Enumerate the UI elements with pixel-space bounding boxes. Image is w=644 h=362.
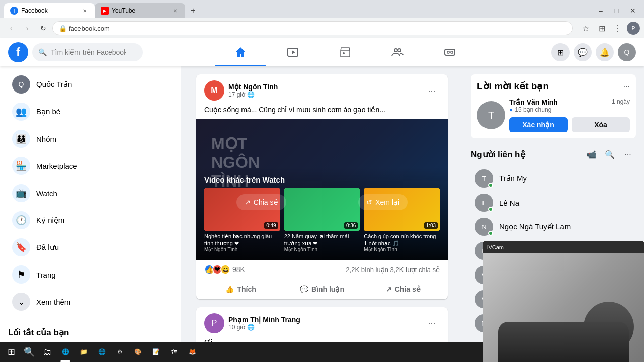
sidebar-item-more[interactable]: ⌄ Xem thêm: [4, 289, 177, 315]
post-meta: 17 giờ 🌐: [228, 91, 424, 98]
share-video-button[interactable]: ↗ Chia sẻ: [236, 194, 286, 210]
sidebar-item-friends[interactable]: 👥 Bạn bè: [4, 99, 177, 125]
replay-button[interactable]: ↺ Xem lại: [358, 194, 408, 210]
search-icon: 🔍: [38, 48, 47, 56]
search-taskbar-button[interactable]: 🔍: [20, 343, 38, 361]
contacts-icons: 📹 🔍 ···: [584, 146, 636, 162]
taskbar-settings-app[interactable]: ⚙: [111, 343, 129, 361]
search-bar[interactable]: 🔍: [32, 43, 143, 61]
comments-stat: 2,2K bình luận: [346, 266, 388, 274]
friend-req-mutual: ● 15 bạn chung: [509, 106, 630, 113]
sidebar-item-saved[interactable]: 🔖 Đã lưu: [4, 234, 177, 260]
explorer-icon: 📁: [78, 347, 89, 357]
tab-youtube[interactable]: ▶ YouTube ✕: [95, 3, 185, 18]
search-input[interactable]: [51, 48, 126, 56]
messenger-icon[interactable]: 💬: [574, 43, 592, 61]
start-button[interactable]: ⊞: [2, 343, 20, 361]
taskbar-edge-app[interactable]: 🌐: [93, 343, 111, 361]
extensions-icon[interactable]: ⊞: [595, 21, 609, 35]
youtube-favicon: ▶: [101, 7, 109, 15]
address-bar[interactable]: 🔒 facebook.com: [52, 21, 573, 35]
taskbar-firefox-app[interactable]: 🦊: [183, 343, 201, 361]
svg-point-4: [398, 49, 401, 52]
nav-groups[interactable]: [372, 40, 423, 64]
post-card: M Một Ngôn Tình 17 giờ 🌐 ··· Cuộc sống m…: [196, 74, 448, 299]
new-tab-button[interactable]: +: [187, 5, 199, 17]
apps-icon[interactable]: ⊞: [551, 43, 570, 61]
post2-privacy-icon: 🌐: [247, 324, 255, 331]
bookmark-star-icon[interactable]: ☆: [579, 21, 593, 35]
online-indicator: [488, 183, 493, 188]
friend-req-avatar: T: [477, 101, 505, 129]
post2-info: Phạm Thị Minh Trang 10 giờ 🌐: [228, 316, 424, 331]
news-feed: M Một Ngôn Tình 17 giờ 🌐 ··· Cuộc sống m…: [181, 66, 463, 362]
back-button[interactable]: ‹: [4, 21, 18, 35]
sidebar-divider: [8, 319, 173, 319]
like-button[interactable]: 👍 Thích: [200, 281, 281, 297]
svg-point-2: [343, 52, 345, 54]
contact-ngoc-nga[interactable]: N Ngọc Ngà Tuyết Lam: [471, 215, 636, 239]
svg-rect-5: [445, 49, 455, 55]
nav-gaming[interactable]: [425, 40, 475, 64]
maximize-button[interactable]: □: [610, 4, 624, 18]
minimize-button[interactable]: –: [594, 4, 608, 18]
like-label: Thích: [237, 285, 256, 293]
post2-author-name: Phạm Thị Minh Trang: [228, 316, 424, 324]
sidebar-saved-label: Đã lưu: [36, 243, 59, 252]
taskbar-maps-app[interactable]: 🗺: [165, 343, 183, 361]
ivcam-overlay[interactable]: iVCam: [483, 241, 644, 362]
contact-tran-my[interactable]: T Trần My: [471, 166, 636, 191]
browser-profile[interactable]: P: [627, 22, 640, 35]
contacts-more-icon[interactable]: ···: [620, 146, 636, 162]
browser-icons: ☆ ⊞ ⋮ P: [579, 21, 640, 35]
reaction-left: 👍 ❤ 😆 98K: [204, 264, 245, 275]
ivcam-content: [483, 253, 644, 362]
contact-le-na[interactable]: L Lê Na: [471, 191, 636, 215]
svg-rect-6: [447, 51, 449, 53]
delete-friend-button[interactable]: Xóa: [572, 117, 630, 132]
close-button[interactable]: ✕: [626, 4, 640, 18]
sidebar-item-memories[interactable]: 🕐 Kỷ niệm: [4, 207, 177, 233]
svg-rect-7: [451, 51, 453, 53]
video-container[interactable]: MỌTNGÔNTÌNH Video khác trên Watch 0:49: [196, 119, 448, 260]
taskbar-paint-app[interactable]: 🎨: [129, 343, 147, 361]
friend-req-name: Trần Văn Minh: [509, 98, 558, 106]
taskbar-explorer-app[interactable]: 📁: [74, 343, 93, 361]
friend-req-more-icon[interactable]: ···: [623, 82, 630, 91]
post2-more-button[interactable]: ···: [424, 315, 440, 331]
sidebar-item-watch[interactable]: 📺 Watch: [4, 180, 177, 206]
mutual-icon: ●: [509, 106, 513, 113]
ivcam-titlebar: iVCam: [483, 241, 644, 253]
groups-icon: 👪: [12, 130, 30, 148]
nav-watch[interactable]: [268, 40, 318, 64]
sidebar-user[interactable]: Q Quốc Trần: [4, 71, 177, 98]
video-call-icon[interactable]: 📹: [584, 146, 600, 162]
browser-menu-icon[interactable]: ⋮: [611, 21, 625, 35]
tab-facebook-close[interactable]: ✕: [80, 7, 89, 15]
comment-button[interactable]: 💬 Bình luận: [281, 281, 362, 297]
refresh-button[interactable]: ↻: [36, 21, 50, 35]
task-view-button[interactable]: 🗂: [38, 343, 56, 361]
tab-facebook[interactable]: f Facebook ✕: [4, 3, 95, 18]
search-contacts-icon[interactable]: 🔍: [602, 146, 618, 162]
user-avatar-header[interactable]: Q: [618, 43, 636, 61]
friend-req-buttons: Xác nhận Xóa: [509, 117, 630, 132]
sidebar-pages-label: Trang: [36, 270, 56, 279]
share-action-label: Chia sẻ: [395, 285, 421, 293]
post-actions: 👍 Thích 💬 Bình luận ↗ Chia sẻ: [196, 279, 448, 299]
sidebar-item-marketplace[interactable]: 🏪 Marketplace: [4, 153, 177, 179]
sidebar-item-pages[interactable]: ⚑ Trang: [4, 261, 177, 288]
nav-home[interactable]: [215, 40, 266, 64]
post-more-button[interactable]: ···: [424, 82, 440, 99]
notifications-icon[interactable]: 🔔: [596, 43, 614, 61]
tab-youtube-close[interactable]: ✕: [171, 7, 179, 15]
sidebar-item-groups[interactable]: 👪 Nhóm: [4, 126, 177, 152]
sidebar-marketplace-label: Marketplace: [36, 162, 77, 170]
forward-button[interactable]: ›: [20, 21, 34, 35]
nav-marketplace[interactable]: [320, 40, 370, 64]
share-button[interactable]: ↗ Chia sẻ: [363, 281, 444, 297]
taskbar-chrome-app[interactable]: 🌐: [56, 343, 74, 361]
comment-icon: 💬: [300, 285, 308, 293]
confirm-friend-button[interactable]: Xác nhận: [509, 117, 568, 132]
taskbar-notepad-app[interactable]: 📝: [147, 343, 165, 361]
